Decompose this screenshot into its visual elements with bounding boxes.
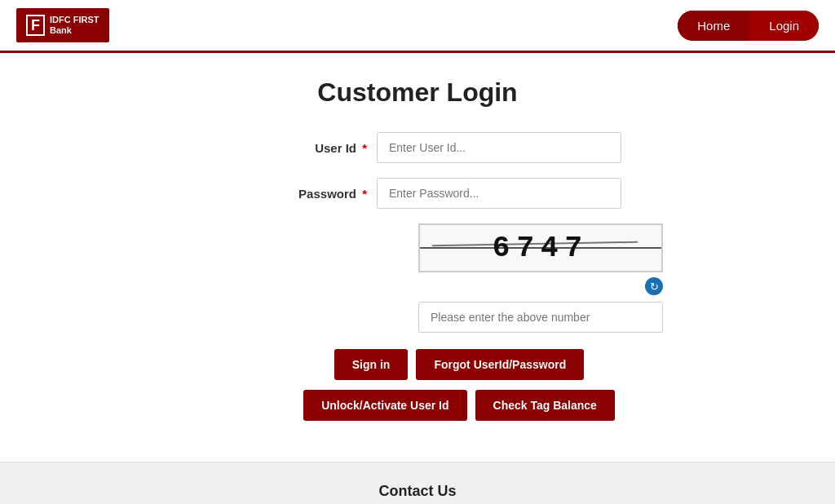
page-title: Customer Login — [317, 77, 517, 108]
home-button[interactable]: Home — [678, 11, 749, 41]
check-tag-balance-button[interactable]: Check Tag Balance — [475, 390, 615, 421]
buttons-section: Sign in Forgot UserId/Password Unlock/Ac… — [255, 349, 663, 421]
contact-us-title: Contact Us — [16, 483, 819, 500]
user-id-input[interactable] — [377, 132, 621, 163]
required-star-password: * — [362, 187, 367, 201]
header: F IDFC FIRST Bank Home Login — [0, 0, 835, 53]
password-input[interactable] — [377, 178, 621, 209]
refresh-captcha-icon[interactable]: ↻ — [645, 277, 663, 295]
logo-box: F IDFC FIRST Bank — [16, 8, 109, 42]
captcha-section: 6747 ↻ — [255, 223, 663, 333]
refresh-icon-row: ↻ — [418, 277, 663, 295]
user-id-label: User Id * — [294, 141, 367, 155]
logo-container: F IDFC FIRST Bank — [16, 8, 109, 42]
signin-button[interactable]: Sign in — [334, 349, 409, 380]
login-button[interactable]: Login — [749, 11, 819, 41]
captcha-input[interactable] — [418, 302, 663, 333]
logo-icon: F — [26, 15, 45, 36]
captcha-image: 6747 — [418, 223, 663, 272]
btn-row-2: Unlock/Activate User Id Check Tag Balanc… — [303, 390, 615, 421]
password-label: Password * — [294, 187, 367, 201]
footer: Contact Us IDFC FIRST Bank Limited Custo… — [0, 462, 835, 504]
form-container: Customer Login User Id * Password * 6747 — [108, 77, 727, 421]
btn-row-1: Sign in Forgot UserId/Password — [334, 349, 584, 380]
password-row: Password * — [214, 178, 621, 209]
user-id-row: User Id * — [214, 132, 621, 163]
captcha-input-row — [418, 302, 663, 333]
nav-buttons: Home Login — [678, 11, 819, 41]
forgot-password-button[interactable]: Forgot UserId/Password — [416, 349, 584, 380]
unlock-activate-button[interactable]: Unlock/Activate User Id — [303, 390, 466, 421]
main-content: Customer Login User Id * Password * 6747 — [91, 53, 744, 445]
captcha-text: 6747 — [493, 232, 589, 265]
logo-text: IDFC FIRST Bank — [50, 15, 99, 36]
required-star-userid: * — [362, 141, 367, 155]
